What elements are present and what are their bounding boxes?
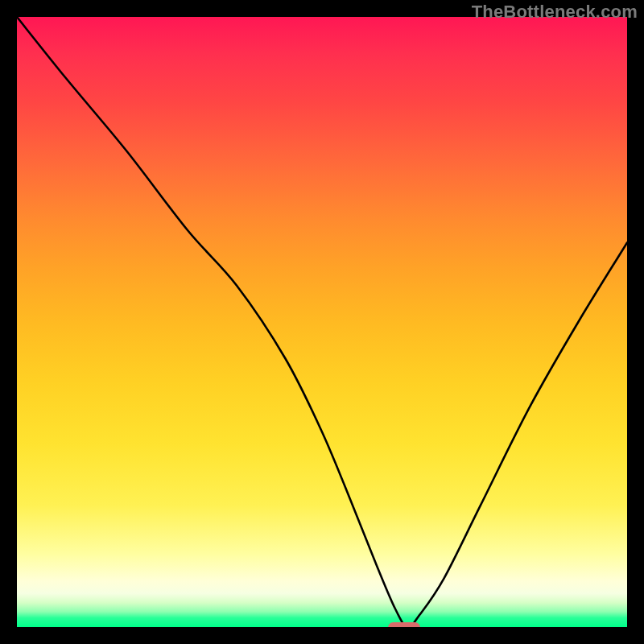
plot-area (17, 17, 627, 627)
watermark-text: TheBottleneck.com (472, 2, 638, 23)
minimum-marker (388, 622, 420, 628)
curve-path (17, 17, 627, 627)
chart-frame: TheBottleneck.com (0, 0, 644, 644)
curve-svg (17, 17, 627, 627)
